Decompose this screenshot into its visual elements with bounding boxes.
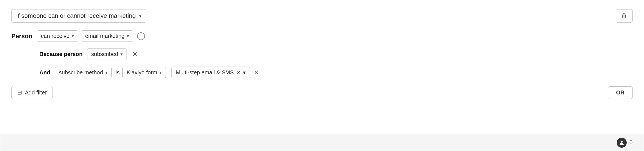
subscribe-method-dropdown[interactable]: subscribe method ▾ <box>55 67 112 78</box>
row-and: And subscribe method ▾ is Klaviyo form ▾… <box>39 67 633 78</box>
row-condition: If someone can or cannot receive marketi… <box>11 9 633 23</box>
multi-step-tag[interactable]: Multi-step email & SMS ✕ ▾ <box>171 67 250 78</box>
and-label: And <box>39 69 50 76</box>
user-count-area: 0 <box>617 138 633 148</box>
multi-step-chevron-icon: ▾ <box>243 69 246 76</box>
or-button[interactable]: OR <box>608 86 633 99</box>
is-label: is <box>116 69 120 76</box>
multi-step-tag-label: Multi-step email & SMS <box>176 69 234 76</box>
add-filter-label: Add filter <box>25 89 47 96</box>
delete-button[interactable]: 🗑 <box>616 9 633 23</box>
condition-dropdown[interactable]: If someone can or cannot receive marketi… <box>11 9 146 23</box>
filter-icon: ⊟ <box>17 89 22 96</box>
klaviyo-form-dropdown[interactable]: Klaviyo form ▾ <box>122 67 166 78</box>
info-icon[interactable]: i <box>137 32 145 40</box>
user-count: 0 <box>629 139 633 146</box>
user-icon <box>617 138 627 148</box>
row-person: Person can receive ▾ email marketing ▾ i <box>11 30 633 42</box>
can-receive-dropdown[interactable]: can receive ▾ <box>37 30 78 42</box>
email-marketing-label: email marketing <box>85 33 125 39</box>
subscribed-label: subscribed <box>91 51 118 57</box>
klaviyo-form-chevron-icon: ▾ <box>159 70 162 75</box>
subscribed-chevron-icon: ▾ <box>120 52 123 57</box>
subscribed-dropdown[interactable]: subscribed ▾ <box>87 48 127 60</box>
subscribe-method-label: subscribe method <box>59 69 103 76</box>
chevron-down-icon: ▾ <box>139 13 142 19</box>
because-person-label: Because person <box>39 51 83 57</box>
condition-dropdown-text: If someone can or cannot receive marketi… <box>16 12 136 20</box>
email-marketing-dropdown[interactable]: email marketing ▾ <box>81 30 133 42</box>
row-actions: ⊟ Add filter OR <box>11 86 633 99</box>
person-label: Person <box>11 33 32 40</box>
bottom-bar: 0 <box>0 134 644 151</box>
subscribe-method-chevron-icon: ▾ <box>105 70 108 75</box>
main-container: If someone can or cannot receive marketi… <box>0 0 644 151</box>
row-because: Because person subscribed ▾ ✕ <box>39 48 633 60</box>
can-receive-chevron-icon: ▾ <box>72 33 74 39</box>
email-marketing-chevron-icon: ▾ <box>127 33 129 39</box>
tag-close-icon[interactable]: ✕ <box>237 69 241 76</box>
svg-point-0 <box>621 140 622 142</box>
klaviyo-form-label: Klaviyo form <box>127 69 157 76</box>
and-close-button[interactable]: ✕ <box>254 69 259 76</box>
can-receive-label: can receive <box>41 33 70 39</box>
add-filter-button[interactable]: ⊟ Add filter <box>11 86 53 99</box>
because-close-button[interactable]: ✕ <box>132 51 137 57</box>
